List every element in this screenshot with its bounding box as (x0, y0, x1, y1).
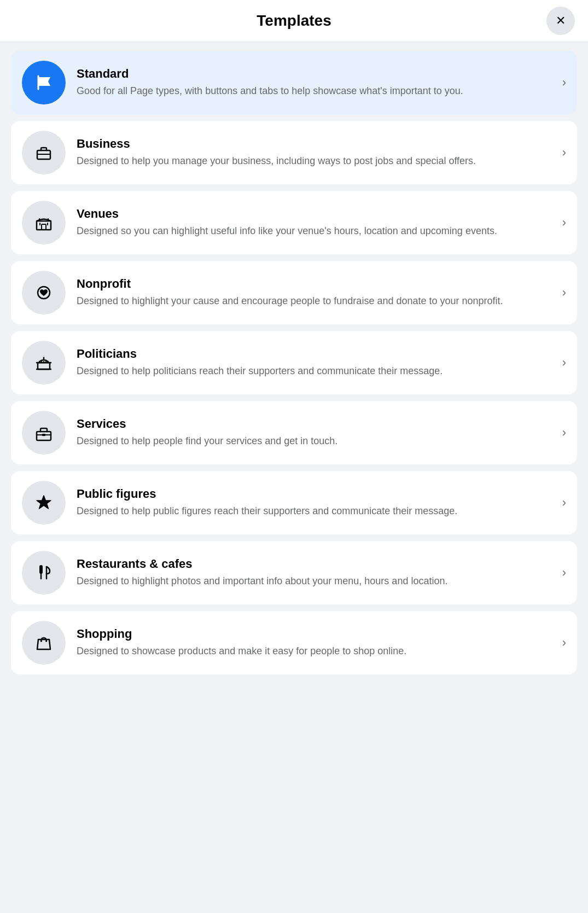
svg-rect-7 (38, 363, 50, 369)
building-icon (34, 213, 54, 232)
template-content-public-figures: Public figures Designed to help public f… (77, 487, 551, 518)
template-content-business: Business Designed to help you manage you… (77, 137, 551, 168)
template-title-politicians: Politicians (77, 347, 551, 361)
chevron-icon-public-figures: › (562, 496, 566, 510)
template-desc-standard: Good for all Page types, with buttons an… (77, 84, 551, 98)
template-title-public-figures: Public figures (77, 487, 551, 501)
template-icon-politicians (22, 341, 66, 385)
template-item-venues[interactable]: Venues Designed so you can highlight use… (11, 191, 577, 254)
chevron-icon-shopping: › (562, 636, 566, 650)
template-content-standard: Standard Good for all Page types, with b… (77, 67, 551, 98)
page-container: Templates ✕ Standard Good for all Page t… (0, 0, 588, 913)
template-icon-standard (22, 61, 66, 104)
template-icon-business (22, 131, 66, 175)
template-icon-shopping (22, 621, 66, 665)
chevron-icon-nonprofit: › (562, 286, 566, 300)
template-item-restaurants[interactable]: Restaurants & cafes Designed to highligh… (11, 541, 577, 604)
template-content-nonprofit: Nonprofit Designed to highlight your cau… (77, 277, 551, 308)
chevron-icon-services: › (562, 426, 566, 440)
template-title-shopping: Shopping (77, 627, 551, 641)
template-content-services: Services Designed to help people find yo… (77, 417, 551, 448)
chevron-icon-restaurants: › (562, 566, 566, 580)
template-desc-shopping: Designed to showcase products and make i… (77, 644, 551, 658)
template-icon-public-figures (22, 481, 66, 525)
svg-rect-12 (42, 434, 45, 436)
template-item-nonprofit[interactable]: Nonprofit Designed to highlight your cau… (11, 261, 577, 324)
close-icon: ✕ (556, 14, 566, 28)
chevron-icon-business: › (562, 146, 566, 160)
template-title-services: Services (77, 417, 551, 431)
page-header: Templates ✕ (0, 0, 588, 42)
toolbox-icon (34, 423, 54, 443)
chevron-icon-venues: › (562, 216, 566, 230)
template-desc-nonprofit: Designed to highlight your cause and enc… (77, 294, 551, 308)
star-icon (34, 493, 54, 513)
template-icon-nonprofit (22, 271, 66, 315)
template-content-restaurants: Restaurants & cafes Designed to highligh… (77, 557, 551, 588)
template-item-services[interactable]: Services Designed to help people find yo… (11, 401, 577, 464)
shopping-bag-icon (34, 633, 54, 653)
template-desc-business: Designed to help you manage your busines… (77, 154, 551, 168)
template-title-nonprofit: Nonprofit (77, 277, 551, 291)
template-item-standard[interactable]: Standard Good for all Page types, with b… (11, 51, 577, 114)
template-desc-politicians: Designed to help politicians reach their… (77, 364, 551, 378)
template-item-shopping[interactable]: Shopping Designed to showcase products a… (11, 611, 577, 674)
template-icon-services (22, 411, 66, 455)
template-title-venues: Venues (77, 207, 551, 221)
svg-rect-3 (42, 224, 46, 230)
template-icon-venues (22, 201, 66, 245)
svg-point-17 (40, 641, 42, 642)
chevron-icon-politicians: › (562, 356, 566, 370)
templates-list: Standard Good for all Page types, with b… (0, 42, 588, 683)
flag-icon (34, 73, 54, 92)
template-title-standard: Standard (77, 67, 551, 81)
template-content-shopping: Shopping Designed to showcase products a… (77, 627, 551, 658)
template-title-business: Business (77, 137, 551, 151)
template-item-public-figures[interactable]: Public figures Designed to help public f… (11, 471, 577, 534)
template-desc-restaurants: Designed to highlight photos and importa… (77, 574, 551, 588)
chevron-icon-standard: › (562, 75, 566, 90)
template-icon-restaurants (22, 551, 66, 595)
template-content-venues: Venues Designed so you can highlight use… (77, 207, 551, 238)
template-item-politicians[interactable]: Politicians Designed to help politicians… (11, 331, 577, 394)
heart-icon (34, 283, 54, 303)
template-desc-services: Designed to help people find your servic… (77, 434, 551, 448)
template-content-politicians: Politicians Designed to help politicians… (77, 347, 551, 378)
briefcase-icon (34, 143, 54, 162)
capitol-icon (34, 353, 54, 373)
template-title-restaurants: Restaurants & cafes (77, 557, 551, 571)
template-desc-venues: Designed so you can highlight useful inf… (77, 224, 551, 238)
page-title: Templates (257, 12, 331, 30)
template-item-business[interactable]: Business Designed to help you manage you… (11, 121, 577, 184)
svg-rect-2 (37, 221, 51, 230)
svg-point-18 (45, 641, 47, 642)
utensils-icon (34, 563, 54, 583)
svg-marker-13 (37, 496, 51, 509)
close-button[interactable]: ✕ (546, 7, 575, 35)
template-desc-public-figures: Designed to help public figures reach th… (77, 504, 551, 518)
